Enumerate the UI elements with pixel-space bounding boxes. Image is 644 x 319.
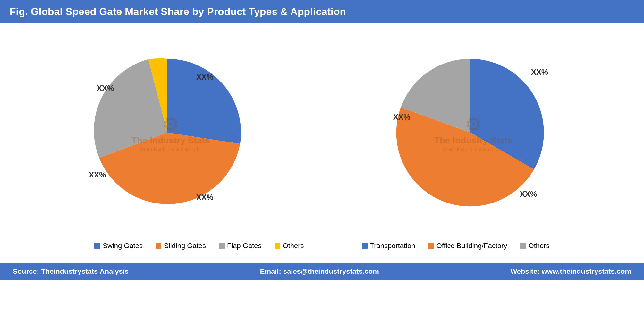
legend-flap-gates: Flap Gates <box>219 242 262 250</box>
charts-row: XX% XX% XX% XX% ⚙ The Industry Stats mar… <box>19 36 625 229</box>
footer-email: Email: sales@theindustrystats.com <box>260 267 379 276</box>
legend-label-sliding-gates: Sliding Gates <box>164 242 206 250</box>
legend-sliding-gates: Sliding Gates <box>156 242 206 250</box>
legend-color-office-factory <box>428 243 434 249</box>
pct-swing-gates: XX% <box>196 73 213 81</box>
legend-transportation: Transportation <box>362 242 415 250</box>
legend-label-flap-gates: Flap Gates <box>227 242 262 250</box>
legend-label-transportation: Transportation <box>370 242 415 250</box>
legend-row: Swing Gates Sliding Gates Flap Gates Oth… <box>94 242 549 250</box>
legend-office-factory: Office Building/Factory <box>428 242 507 250</box>
pct-office-factory: XX% <box>520 190 537 198</box>
page-header: Fig. Global Speed Gate Market Share by P… <box>0 0 644 23</box>
footer-website: Website: www.theindustrystats.com <box>510 267 631 276</box>
page-title: Fig. Global Speed Gate Market Share by P… <box>10 6 346 17</box>
legend-label-others-2: Others <box>529 242 550 250</box>
legend-color-transportation <box>362 243 368 249</box>
legend-color-sliding-gates <box>156 243 161 249</box>
pie-chart-1: XX% XX% XX% XX% <box>71 43 270 222</box>
pie-chart-2: XX% XX% XX% <box>374 43 573 222</box>
pct-transportation: XX% <box>531 68 548 76</box>
pct-others-1: XX% <box>97 84 114 92</box>
legend-label-swing-gates: Swing Gates <box>103 242 143 250</box>
chart-application: XX% XX% XX% ⚙ The Industry Stats market … <box>345 36 602 229</box>
legend-label-others-1: Others <box>283 242 304 250</box>
legend-color-flap-gates <box>219 243 225 249</box>
legend-section-2: Transportation Office Building/Factory O… <box>362 242 550 250</box>
legend-swing-gates: Swing Gates <box>94 242 143 250</box>
legend-others-1: Others <box>275 242 304 250</box>
pct-others-2: XX% <box>393 113 410 121</box>
main-content: XX% XX% XX% XX% ⚙ The Industry Stats mar… <box>0 23 644 263</box>
chart-product-types: XX% XX% XX% XX% ⚙ The Industry Stats mar… <box>42 36 299 229</box>
legend-section-1: Swing Gates Sliding Gates Flap Gates Oth… <box>94 242 304 250</box>
legend-color-swing-gates <box>94 243 100 249</box>
pct-flap-gates: XX% <box>89 170 106 179</box>
footer: Source: Theindustrystats Analysis Email:… <box>0 263 644 280</box>
legend-label-office-factory: Office Building/Factory <box>436 242 507 250</box>
slice-swing-gates <box>167 59 241 144</box>
legend-color-others-1 <box>275 243 280 249</box>
pct-sliding-gates: XX% <box>196 193 213 202</box>
legend-others-2: Others <box>520 242 550 250</box>
footer-source: Source: Theindustrystats Analysis <box>13 267 129 276</box>
legend-color-others-2 <box>520 243 526 249</box>
